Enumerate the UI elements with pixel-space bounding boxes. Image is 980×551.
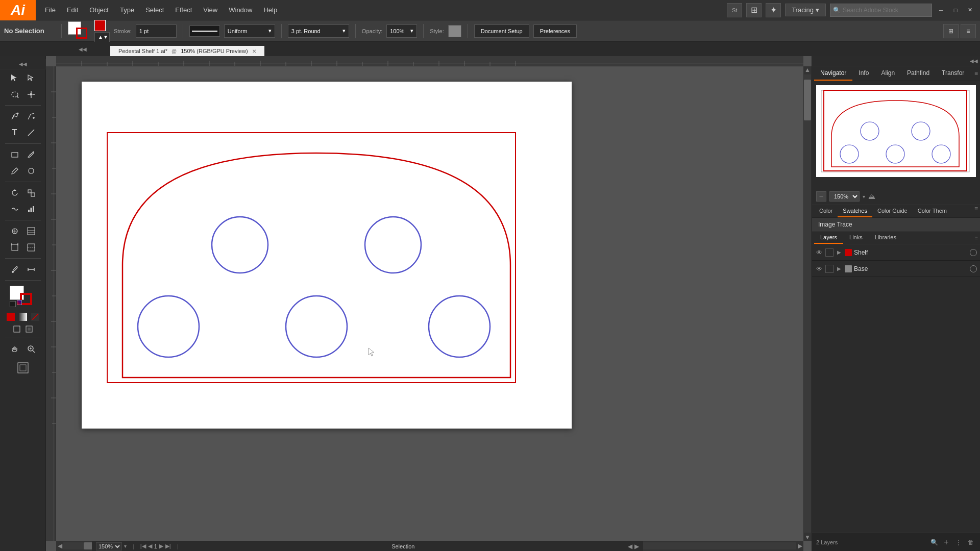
scroll-track-v[interactable] <box>804 74 811 533</box>
panel-menu-icon[interactable]: ≡ <box>974 70 978 77</box>
hand-tool[interactable] <box>7 341 22 357</box>
zoom-tool[interactable] <box>23 341 39 357</box>
arrangement-icon[interactable]: ⊞ <box>746 3 762 17</box>
pencil-tool[interactable] <box>7 163 22 179</box>
menu-effect[interactable]: Effect <box>170 4 197 16</box>
menu-select[interactable]: Select <box>140 4 169 16</box>
artboard[interactable] <box>82 82 572 429</box>
stroke-style-dropdown[interactable]: Uniform ▾ <box>224 24 275 38</box>
doc-setup-button[interactable]: Document Setup <box>474 24 529 38</box>
preferences-button[interactable]: Preferences <box>533 24 577 38</box>
add-layer-btn[interactable]: + <box>941 537 951 547</box>
tab-collapse-icon[interactable]: ◀◀ <box>55 42 110 56</box>
type-tool[interactable]: T <box>7 125 22 140</box>
artboard-tool[interactable] <box>7 240 22 255</box>
prev-page-btn[interactable]: ◀ <box>148 543 152 549</box>
brush-icon[interactable]: ✦ <box>766 3 781 17</box>
layer-row-base[interactable]: 👁 ▶ Base <box>812 261 980 277</box>
warp-tool[interactable] <box>7 202 22 217</box>
edit-artboard-btn[interactable] <box>16 361 30 375</box>
tab-info[interactable]: Info <box>852 66 875 81</box>
layer-base-expand[interactable]: ▶ <box>836 266 843 271</box>
menu-view[interactable]: View <box>198 4 223 16</box>
tab-layers[interactable]: Layers <box>814 232 843 244</box>
delete-layer-btn[interactable]: 🗑 <box>966 537 976 547</box>
scroll-up-btn[interactable]: ▲ <box>804 66 811 73</box>
tab-transfor[interactable]: Transfor <box>936 66 970 81</box>
scroll-down-btn[interactable]: ▼ <box>804 534 811 541</box>
last-page-btn[interactable]: ▶| <box>165 543 171 549</box>
status-left-arrow[interactable]: ◀ <box>628 543 632 550</box>
canvas-area[interactable]: ▲ ▼ ◀ ▶ 150% 100% 200% ▾ | <box>46 56 812 551</box>
tab-color-guide[interactable]: Color Guide <box>872 205 913 217</box>
menu-window[interactable]: Window <box>224 4 257 16</box>
tab-swatches[interactable]: Swatches <box>838 205 872 217</box>
scroll-right-btn[interactable]: ▶ <box>796 542 803 549</box>
layer-shelf-visibility[interactable]: 👁 <box>815 248 823 257</box>
find-layer-btn[interactable]: 🔍 <box>929 537 939 547</box>
style-swatch[interactable] <box>448 25 461 37</box>
search-input[interactable] <box>830 4 932 17</box>
layer-shelf-target[interactable] <box>970 249 977 256</box>
menu-object[interactable]: Object <box>84 4 114 16</box>
menu-help[interactable]: Help <box>258 4 282 16</box>
column-graph-tool[interactable] <box>23 223 39 239</box>
move-layer-btn[interactable]: ⋮ <box>953 537 964 547</box>
zoom-dropdown-icon[interactable]: ▾ <box>863 194 865 199</box>
line-tool[interactable] <box>23 125 39 140</box>
opacity-input[interactable]: 100% ▾ <box>386 24 417 38</box>
layer-shelf-expand[interactable]: ▶ <box>836 249 843 255</box>
maximize-button[interactable]: □ <box>950 5 961 15</box>
scroll-left-btn[interactable]: ◀ <box>56 542 63 549</box>
layer-shelf-lock[interactable] <box>825 248 834 257</box>
zoom-level-select[interactable]: 150% 100% 200% <box>829 191 860 202</box>
symbol-tool[interactable] <box>7 223 22 239</box>
canvas-content[interactable] <box>56 66 803 541</box>
magic-wand-tool[interactable] <box>23 87 39 102</box>
pen-tool[interactable] <box>7 109 22 124</box>
menu-edit[interactable]: Edit <box>62 4 83 16</box>
close-button[interactable]: ✕ <box>965 5 975 15</box>
zoom-select[interactable]: 150% 100% 200% <box>96 542 122 550</box>
paintbrush-tool[interactable] <box>23 147 39 162</box>
stroke-weight-input[interactable]: 1 pt <box>136 24 177 38</box>
document-tab[interactable]: Pedestal Shelf 1.ai* @ 150% (RGB/GPU Pre… <box>110 46 264 56</box>
menu-file[interactable]: File <box>40 4 61 16</box>
first-page-btn[interactable]: |◀ <box>140 543 146 549</box>
lasso-tool[interactable] <box>7 87 22 102</box>
tab-color-theme[interactable]: Color Them <box>913 205 952 217</box>
color-mode-btn[interactable] <box>5 311 16 322</box>
tab-pathfind[interactable]: Pathfind <box>901 66 936 81</box>
stroke-color-box[interactable] <box>94 20 106 31</box>
tab-libraries[interactable]: Libraries <box>869 232 902 244</box>
tab-align[interactable]: Align <box>875 66 901 81</box>
zoom-fit-icon[interactable]: ⛰ <box>868 192 875 201</box>
next-page-btn[interactable]: ▶ <box>159 543 163 549</box>
draw-normal-btn[interactable] <box>11 323 22 335</box>
scale-tool[interactable] <box>23 185 39 201</box>
eyedropper-tool[interactable] <box>7 262 22 277</box>
tab-links[interactable]: Links <box>843 232 869 244</box>
status-right-arrow[interactable]: ▶ <box>634 543 639 550</box>
none-mode-btn[interactable] <box>30 311 41 322</box>
smart-guides-icon[interactable]: St <box>727 3 742 17</box>
layers-panel-menu-icon[interactable]: ≡ <box>975 235 978 241</box>
menu-type[interactable]: Type <box>115 4 139 16</box>
panel-arrow-icon[interactable]: ≡ <box>961 24 976 38</box>
rotate-tool[interactable] <box>7 185 22 201</box>
measure-tool[interactable] <box>23 262 39 277</box>
zoom-dropdown-arrow[interactable]: ▾ <box>124 543 127 549</box>
default-colors-icon[interactable] <box>10 301 16 307</box>
add-anchor-tool[interactable] <box>23 109 39 124</box>
close-tab-icon[interactable]: ✕ <box>252 48 256 54</box>
rectangle-tool[interactable] <box>7 147 22 162</box>
scroll-thumb-v[interactable] <box>804 80 811 120</box>
arrange-mode-icon[interactable]: ⊞ <box>943 24 959 38</box>
layer-base-target[interactable] <box>970 265 977 272</box>
image-trace-button[interactable]: Image Trace <box>812 218 980 232</box>
layer-base-visibility[interactable]: 👁 <box>815 265 823 273</box>
graph-tool[interactable] <box>23 202 39 217</box>
blob-tool[interactable] <box>23 163 39 179</box>
slice-tool[interactable] <box>23 240 39 255</box>
direct-selection-tool[interactable] <box>23 70 39 86</box>
